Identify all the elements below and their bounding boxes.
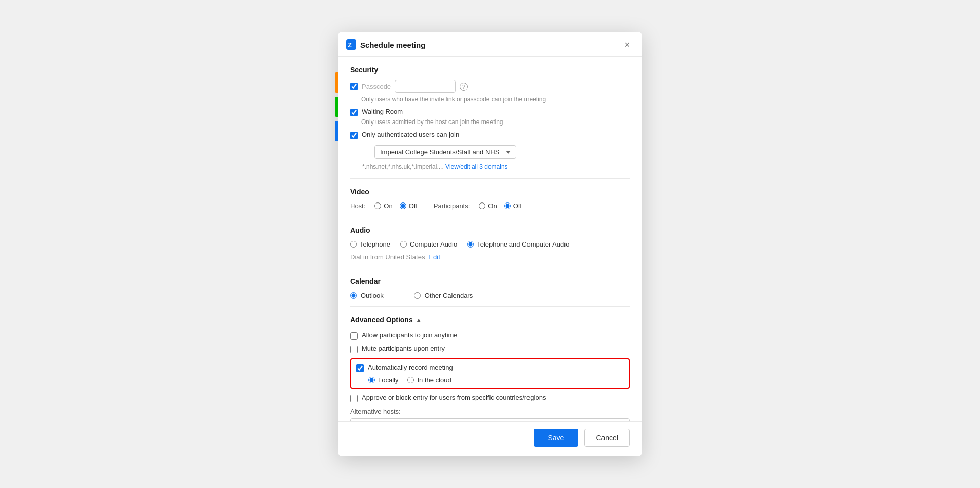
passcode-hint: Only users who have the invite link or p… <box>361 96 630 103</box>
chevron-up-icon: ▲ <box>416 317 422 323</box>
waiting-room-hint: Only users admitted by the host can join… <box>361 118 630 126</box>
record-location-row: Locally In the cloud <box>368 376 624 384</box>
modal-overlay: Z Schedule meeting × Security Passcode h… <box>338 32 642 456</box>
auto-record-row: Automatically record meeting <box>356 363 624 372</box>
computer-audio-option: Computer Audio <box>400 240 457 248</box>
other-calendars-option: Other Calendars <box>414 292 473 299</box>
domain-link[interactable]: View/edit all 3 domains <box>445 163 508 170</box>
telephone-computer-radio[interactable] <box>467 241 474 248</box>
outlook-radio[interactable] <box>350 292 357 299</box>
calendar-section: Calendar Outlook Other Calendars <box>350 268 630 307</box>
auth-dropdown[interactable]: Imperial College Students/Staff and NHS … <box>374 145 516 159</box>
calendar-row: Outlook Other Calendars <box>350 292 630 299</box>
in-cloud-radio[interactable] <box>407 377 414 383</box>
calendar-title: Calendar <box>350 277 630 286</box>
locally-label: Locally <box>378 376 398 384</box>
modal-title: Schedule meeting <box>360 40 425 49</box>
computer-audio-radio[interactable] <box>400 241 407 248</box>
host-on-radio[interactable] <box>374 202 381 209</box>
auto-record-checkbox[interactable] <box>356 364 364 372</box>
passcode-row: Passcode h.6sfE ? <box>350 80 630 93</box>
video-title: Video <box>350 188 630 196</box>
dial-row: Dial in from United States Edit <box>350 253 630 261</box>
locally-radio[interactable] <box>368 377 375 383</box>
modal-header: Z Schedule meeting × <box>338 32 642 57</box>
domain-text: *.nhs.net,*.nhs.uk,*.imperial.... View/e… <box>362 163 630 170</box>
waiting-room-checkbox[interactable] <box>350 109 358 116</box>
mute-participants-checkbox[interactable] <box>350 346 358 353</box>
participants-video-label: Participants: <box>434 202 470 210</box>
video-section: Video Host: On Off Parti <box>350 179 630 217</box>
host-off-radio[interactable] <box>400 202 406 209</box>
dial-in-text: Dial in from United States <box>350 253 425 261</box>
auto-record-label: Automatically record meeting <box>368 363 453 371</box>
close-button[interactable]: × <box>622 39 632 50</box>
modal-footer: Save Cancel <box>338 421 642 456</box>
host-on-option: On <box>374 202 392 210</box>
host-off-label: Off <box>409 202 418 210</box>
bar-blue <box>335 121 338 141</box>
telephone-computer-option: Telephone and Computer Audio <box>467 240 569 248</box>
edit-link[interactable]: Edit <box>429 253 440 261</box>
cancel-button[interactable]: Cancel <box>584 429 630 447</box>
participants-on-label: On <box>488 202 497 210</box>
audio-section: Audio Telephone Computer Audio Telephone… <box>350 217 630 268</box>
passcode-checkbox[interactable] <box>350 83 358 90</box>
alt-hosts-section: Alternative hosts: <box>350 408 630 421</box>
schedule-meeting-modal: Z Schedule meeting × Security Passcode h… <box>338 32 642 456</box>
outlook-label: Outlook <box>361 292 384 299</box>
host-video-group: Host: On Off <box>350 202 418 210</box>
in-cloud-option: In the cloud <box>407 376 451 384</box>
outlook-option: Outlook <box>350 292 384 299</box>
authenticated-checkbox[interactable] <box>350 132 358 139</box>
participants-off-option: Off <box>504 202 522 210</box>
approve-block-label: Approve or block entry for users from sp… <box>362 394 546 401</box>
waiting-room-row: Waiting Room <box>350 108 630 116</box>
bar-green <box>335 97 338 117</box>
left-bars <box>335 72 338 141</box>
advanced-options-section: Advanced Options ▲ Allow participants to… <box>350 307 630 421</box>
telephone-label: Telephone <box>360 240 390 248</box>
computer-audio-label: Computer Audio <box>410 240 457 248</box>
security-title: Security <box>350 66 630 74</box>
alt-hosts-input[interactable] <box>350 418 630 421</box>
host-on-label: On <box>384 202 392 210</box>
advanced-options-title[interactable]: Advanced Options ▲ <box>350 316 630 324</box>
modal-title-wrap: Z Schedule meeting <box>346 39 425 50</box>
other-calendars-label: Other Calendars <box>425 292 473 299</box>
bar-orange <box>335 72 338 93</box>
participants-off-radio[interactable] <box>504 202 511 209</box>
security-section: Security Passcode h.6sfE ? Only users wh… <box>350 57 630 179</box>
host-off-option: Off <box>400 202 418 210</box>
approve-block-checkbox[interactable] <box>350 395 358 402</box>
modal-body: Security Passcode h.6sfE ? Only users wh… <box>338 57 642 421</box>
mute-participants-row: Mute participants upon entry <box>350 345 630 353</box>
svg-text:Z: Z <box>348 41 352 49</box>
authenticated-row: Only authenticated users can join <box>350 131 630 139</box>
telephone-radio[interactable] <box>350 241 357 248</box>
participants-off-label: Off <box>513 202 522 210</box>
audio-row: Telephone Computer Audio Telephone and C… <box>350 240 630 248</box>
join-anytime-label: Allow participants to join anytime <box>362 331 458 339</box>
zoom-logo-icon: Z <box>346 39 356 50</box>
mute-participants-label: Mute participants upon entry <box>362 345 445 352</box>
other-calendars-radio[interactable] <box>414 292 421 299</box>
participants-on-radio[interactable] <box>479 202 485 209</box>
telephone-computer-label: Telephone and Computer Audio <box>477 240 569 248</box>
auto-record-box: Automatically record meeting Locally In … <box>350 358 630 389</box>
host-video-label: Host: <box>350 202 365 210</box>
in-cloud-label: In the cloud <box>417 376 451 384</box>
save-button[interactable]: Save <box>534 429 578 447</box>
passcode-input[interactable]: h.6sfE <box>395 80 456 93</box>
join-anytime-row: Allow participants to join anytime <box>350 331 630 340</box>
passcode-help-icon[interactable]: ? <box>460 83 468 91</box>
video-row: Host: On Off Participants: <box>350 202 630 210</box>
join-anytime-checkbox[interactable] <box>350 332 358 340</box>
approve-block-row: Approve or block entry for users from sp… <box>350 394 630 402</box>
authenticated-label: Only authenticated users can join <box>362 131 459 138</box>
passcode-label: Passcode <box>362 83 391 90</box>
locally-option: Locally <box>368 376 398 384</box>
participants-on-option: On <box>479 202 497 210</box>
audio-title: Audio <box>350 226 630 234</box>
waiting-room-label: Waiting Room <box>362 108 403 115</box>
